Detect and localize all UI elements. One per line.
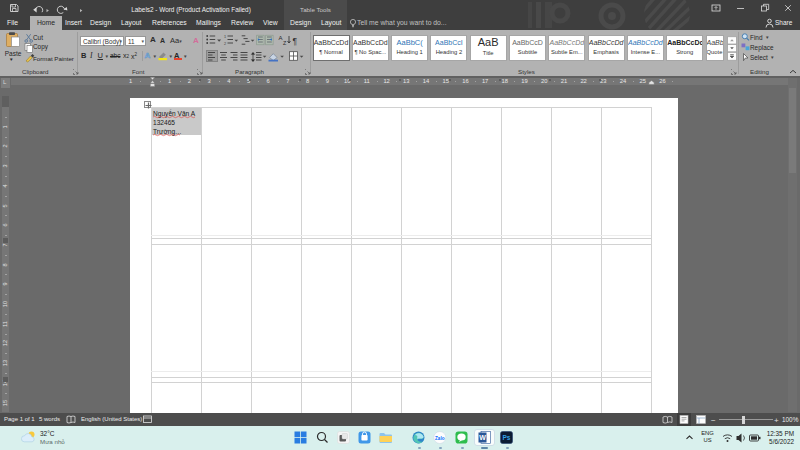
svg-text:1: 1 [224, 35, 226, 39]
svg-text:¶: ¶ [293, 36, 298, 46]
svg-text:2: 2 [224, 42, 226, 46]
svg-text:Z: Z [283, 40, 287, 46]
svg-text:Zalo: Zalo [435, 436, 445, 441]
svg-text:W: W [479, 434, 486, 441]
svg-text:Ps: Ps [503, 434, 511, 441]
svg-text:A: A [279, 35, 283, 41]
